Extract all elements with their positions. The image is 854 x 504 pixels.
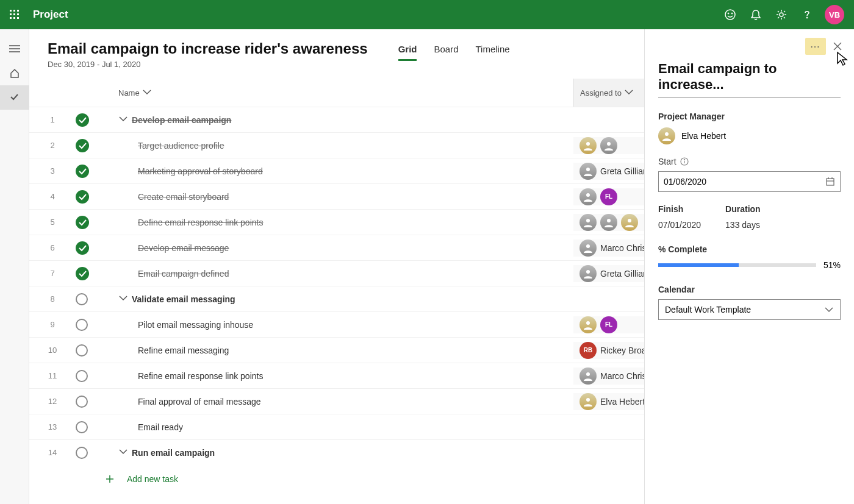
assignee-avatar[interactable] bbox=[580, 188, 597, 205]
tab-board[interactable]: Board bbox=[434, 44, 458, 59]
assignee-avatar[interactable] bbox=[580, 265, 597, 282]
bell-icon[interactable] bbox=[743, 0, 769, 29]
row-id: 10 bbox=[29, 346, 76, 355]
assignee-avatar[interactable]: FL bbox=[600, 316, 617, 333]
panel-complete-label: % Complete bbox=[658, 244, 841, 254]
status-open-icon[interactable] bbox=[76, 293, 88, 305]
chevron-down-icon[interactable] bbox=[118, 114, 128, 126]
row-id: 7 bbox=[29, 269, 76, 278]
status-open-icon[interactable] bbox=[76, 370, 88, 382]
assignee-avatar[interactable] bbox=[600, 214, 617, 231]
status-open-icon[interactable] bbox=[76, 319, 88, 331]
chevron-down-icon[interactable] bbox=[118, 293, 128, 305]
rail-home-icon[interactable] bbox=[0, 61, 29, 85]
checkmark-icon[interactable] bbox=[76, 165, 89, 178]
status-open-icon[interactable] bbox=[76, 421, 88, 433]
user-avatar[interactable]: VB bbox=[825, 5, 844, 24]
checkmark-icon[interactable] bbox=[76, 139, 89, 152]
tab-grid[interactable]: Grid bbox=[398, 44, 417, 61]
row-id: 1 bbox=[29, 115, 76, 124]
checkmark-icon[interactable] bbox=[76, 241, 89, 255]
row-name[interactable]: Marketing approval of storyboard bbox=[104, 166, 573, 176]
row-name[interactable]: Email campaign defined bbox=[104, 269, 573, 279]
svg-rect-5 bbox=[13, 13, 15, 15]
calendar-icon bbox=[825, 177, 835, 186]
row-id: 5 bbox=[29, 218, 76, 227]
row-name[interactable]: Define email response link points bbox=[104, 218, 573, 227]
svg-point-12 bbox=[731, 13, 733, 14]
svg-rect-3 bbox=[17, 10, 19, 12]
status-open-icon[interactable] bbox=[76, 344, 88, 357]
assignee-avatar[interactable]: FL bbox=[600, 188, 617, 205]
row-id: 8 bbox=[29, 294, 76, 303]
smiley-icon[interactable] bbox=[717, 0, 743, 29]
svg-rect-2 bbox=[13, 10, 15, 12]
assignee-name: Greta Gilliam bbox=[600, 166, 650, 176]
assignee-avatar[interactable] bbox=[580, 214, 597, 231]
checkmark-icon[interactable] bbox=[76, 267, 89, 280]
pm-avatar[interactable] bbox=[658, 127, 675, 144]
checkmark-icon[interactable] bbox=[76, 216, 89, 229]
col-header-id bbox=[29, 79, 76, 107]
assignee-avatar[interactable] bbox=[580, 393, 597, 410]
status-open-icon[interactable] bbox=[76, 447, 88, 459]
calendar-value: Default Work Template bbox=[665, 305, 751, 314]
cursor-icon bbox=[836, 51, 849, 69]
start-date-value: 01/06/2020 bbox=[664, 177, 706, 186]
row-name[interactable]: Develop email campaign bbox=[104, 114, 573, 126]
rail-check-icon[interactable] bbox=[0, 85, 29, 110]
plus-icon bbox=[104, 473, 116, 485]
row-id: 6 bbox=[29, 243, 76, 252]
project-date-range: Dec 30, 2019 - Jul 1, 2020 bbox=[48, 60, 368, 69]
svg-point-10 bbox=[725, 10, 735, 20]
assignee-avatar[interactable] bbox=[580, 137, 597, 154]
assignee-avatar[interactable] bbox=[580, 240, 597, 257]
row-name[interactable]: Target audience profile bbox=[104, 141, 573, 151]
tab-timeline[interactable]: Timeline bbox=[476, 44, 510, 59]
panel-finish-label: Finish bbox=[658, 204, 701, 214]
row-name[interactable]: Create email storyboard bbox=[104, 192, 573, 202]
svg-rect-4 bbox=[10, 13, 12, 15]
start-date-input[interactable]: 01/06/2020 bbox=[658, 171, 841, 192]
panel-finish-value: 07/01/2020 bbox=[658, 220, 701, 230]
row-name[interactable]: Refine email response link points bbox=[104, 371, 573, 381]
row-name[interactable]: Final approval of email message bbox=[104, 397, 573, 406]
row-name[interactable]: Develop email message bbox=[104, 243, 573, 253]
assignee-avatar[interactable] bbox=[580, 163, 597, 180]
svg-point-11 bbox=[728, 13, 729, 14]
assignee-avatar[interactable] bbox=[580, 316, 597, 333]
pm-name: Elva Hebert bbox=[681, 131, 726, 141]
assignee-avatar[interactable] bbox=[600, 137, 617, 154]
assignee-avatar[interactable] bbox=[621, 214, 638, 231]
gear-icon[interactable] bbox=[769, 0, 794, 29]
row-name[interactable]: Refine email messaging bbox=[104, 346, 573, 355]
app-launcher-icon[interactable] bbox=[5, 5, 24, 24]
row-name[interactable]: Validate email messaging bbox=[104, 293, 573, 305]
help-icon[interactable] bbox=[794, 0, 820, 29]
svg-point-24 bbox=[684, 159, 685, 160]
chevron-down-icon[interactable] bbox=[118, 447, 128, 458]
row-id: 12 bbox=[29, 397, 76, 406]
svg-rect-8 bbox=[13, 17, 15, 19]
calendar-select[interactable]: Default Work Template bbox=[658, 299, 841, 320]
assignee-avatar[interactable]: RB bbox=[580, 342, 597, 359]
rail-hamburger-icon[interactable] bbox=[0, 37, 29, 61]
assignee-avatar[interactable] bbox=[580, 367, 597, 385]
project-title: Email campaign to increase rider's aware… bbox=[48, 40, 368, 57]
col-header-name[interactable]: Name bbox=[104, 79, 573, 107]
more-actions-button[interactable]: ⋯ bbox=[805, 38, 826, 55]
chevron-down-icon bbox=[824, 305, 834, 314]
info-icon bbox=[680, 157, 689, 166]
row-id: 9 bbox=[29, 320, 76, 329]
svg-rect-1 bbox=[10, 10, 12, 12]
status-open-icon[interactable] bbox=[76, 396, 88, 408]
progress-bar bbox=[658, 263, 816, 267]
add-task-label: Add new task bbox=[127, 474, 178, 484]
row-name[interactable]: Pilot email messaging inhouse bbox=[104, 320, 573, 330]
checkmark-icon[interactable] bbox=[76, 190, 89, 204]
row-id: 11 bbox=[29, 371, 76, 380]
row-name[interactable]: Email ready bbox=[104, 422, 573, 432]
checkmark-icon[interactable] bbox=[76, 113, 89, 127]
row-name[interactable]: Run email campaign bbox=[104, 447, 573, 458]
panel-duration-value: 133 days bbox=[725, 220, 761, 230]
